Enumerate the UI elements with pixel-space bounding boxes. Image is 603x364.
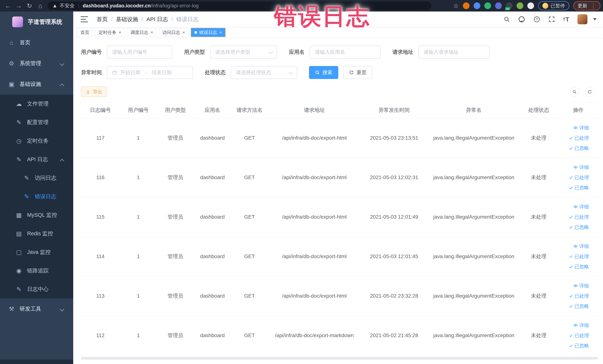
sidebar-item-log-center[interactable]: ✎日志中心 <box>0 280 73 299</box>
detail-link[interactable]: 详细 <box>573 164 589 171</box>
sidebar-item-java-monitor[interactable]: ▢Java 监控 <box>0 243 73 261</box>
sidebar-item-label: 链路追踪 <box>27 267 48 274</box>
sidebar-item-api-log[interactable]: ✎API 日志 <box>0 150 73 169</box>
ignored-link[interactable]: 已忽略 <box>569 263 589 270</box>
range-separator: - <box>145 70 147 75</box>
app-name-input[interactable]: 请输入应用名 <box>310 46 381 59</box>
detail-link[interactable]: 详细 <box>573 243 589 250</box>
ignored-link[interactable]: 已忽略 <box>569 185 589 191</box>
table-row: 1161管理员dashboardGET/api/infra/db-doc/exp… <box>81 158 599 197</box>
sidebar-item-file-management[interactable]: ☁文件管理 <box>0 94 73 113</box>
sidebar-item-error-log[interactable]: ✎错误日志 <box>0 187 73 206</box>
profile-chip[interactable]: 已暂停 <box>538 1 569 10</box>
reset-button[interactable]: 重置 <box>343 66 372 79</box>
hamburger-icon[interactable] <box>81 16 88 22</box>
redis-icon: ▤ <box>15 230 23 237</box>
java-icon: ▢ <box>15 249 23 256</box>
breadcrumb-item[interactable]: 首页 <box>97 16 108 23</box>
bookmark-star-icon[interactable]: ☆ <box>453 2 459 10</box>
detail-link[interactable]: 详细 <box>573 204 589 210</box>
action-label: 详细 <box>579 125 589 131</box>
cell-id: 117 <box>81 118 120 158</box>
cell-method: GET <box>231 197 268 237</box>
sidebar-item-redis-monitor[interactable]: ▤Redis 监控 <box>0 224 73 243</box>
sidebar-item-infrastructure[interactable]: ▣基础设施 <box>0 74 73 94</box>
cell-id: 115 <box>81 197 120 237</box>
sidebar-item-trace[interactable]: ◉链路追踪 <box>0 261 73 280</box>
toggle-search-button[interactable] <box>570 87 579 97</box>
update-chip[interactable]: 更新 ⋮ <box>573 1 600 10</box>
browser-menu-icon[interactable]: ⋮ <box>591 3 596 9</box>
sidebar-item-mysql-monitor[interactable]: ▦MySQL 监控 <box>0 206 73 224</box>
extension-leaf-icon[interactable] <box>517 2 523 9</box>
horizontal-scrollbar[interactable] <box>81 357 598 360</box>
sidebar-item-label: 错误日志 <box>35 193 56 200</box>
cloud-upload-icon: ☁ <box>15 100 23 107</box>
user-type-select[interactable]: 请选择用户类型 <box>210 46 277 59</box>
extension-location-icon[interactable] <box>474 2 480 9</box>
chevron-down-icon[interactable] <box>593 18 597 20</box>
font-size-icon[interactable]: TT <box>563 16 569 23</box>
extension-green-v-icon[interactable] <box>484 2 491 9</box>
refresh-button[interactable] <box>585 87 594 97</box>
tag-item[interactable]: 调度日志× <box>127 28 157 37</box>
sidebar-item-dev-tools[interactable]: ⚒研发工具 <box>0 299 73 319</box>
chevron-down-icon <box>60 307 64 312</box>
processed-link[interactable]: 已处理 <box>569 253 589 260</box>
request-url-input[interactable]: 请输入请求地址 <box>418 46 490 59</box>
sidebar-item-system-management[interactable]: ⚙系统管理 <box>0 53 73 74</box>
help-icon[interactable]: ? <box>533 16 540 23</box>
process-status-select[interactable]: 请选择处理状态 <box>231 66 297 79</box>
tag-item[interactable]: 首页 <box>77 28 93 37</box>
close-icon[interactable]: × <box>219 30 222 35</box>
search-icon[interactable] <box>504 16 510 23</box>
close-icon[interactable]: × <box>182 30 185 35</box>
tag-item[interactable]: 错误日志× <box>191 28 226 37</box>
forward-icon[interactable]: → <box>13 2 24 10</box>
app-logo-row[interactable]: 芋道管理系统 <box>0 12 73 32</box>
eye-icon <box>573 323 578 328</box>
extension-puzzle-icon[interactable] <box>527 2 534 9</box>
detail-link[interactable]: 详细 <box>573 322 589 329</box>
close-icon[interactable]: × <box>151 30 153 35</box>
tag-item[interactable]: 访问日志× <box>159 28 188 37</box>
home-icon[interactable]: ⌂ <box>35 2 46 10</box>
sidebar-item-home[interactable]: ⌂首页 <box>0 32 73 53</box>
extension-on-icon[interactable]: on <box>506 2 512 9</box>
processed-link[interactable]: 已处理 <box>569 332 589 339</box>
sidebar-item-label: 研发工具 <box>20 305 41 313</box>
address-bar[interactable]: ▲ 不安全 | dashboard.yudao.iocoder.cn /infr… <box>47 1 431 10</box>
processed-link[interactable]: 已处理 <box>569 293 589 299</box>
ignored-link[interactable]: 已忽略 <box>569 342 589 349</box>
search-button[interactable]: 搜索 <box>309 66 338 79</box>
reload-icon[interactable]: ↻ <box>24 2 35 10</box>
eye-icon <box>573 126 578 130</box>
tag-item[interactable]: 定时任务× <box>95 28 125 37</box>
user-id-input[interactable]: 请输入用户编号 <box>107 46 172 59</box>
date-range-input[interactable]: 开始日期 - 结束日期 <box>107 66 193 79</box>
breadcrumb-item[interactable]: 基础设施 <box>116 16 138 23</box>
back-icon[interactable]: ← <box>3 2 13 10</box>
ignored-link[interactable]: 已忽略 <box>569 303 589 309</box>
extension-orange-icon[interactable] <box>463 2 470 9</box>
ignored-link[interactable]: 已忽略 <box>569 224 589 231</box>
user-avatar[interactable] <box>577 14 587 24</box>
breadcrumb-item[interactable]: API 日志 <box>146 16 168 23</box>
close-icon[interactable]: × <box>119 30 121 35</box>
extension-grid-icon[interactable] <box>495 2 502 9</box>
fullscreen-icon[interactable] <box>548 16 555 23</box>
sidebar-item-config-management[interactable]: ✎配置管理 <box>0 113 73 132</box>
processed-link[interactable]: 已处理 <box>569 135 589 141</box>
sidebar-item-access-log[interactable]: ✎访问日志 <box>0 169 73 187</box>
cell-id: 112 <box>81 316 120 355</box>
detail-link[interactable]: 详细 <box>573 125 589 131</box>
export-button[interactable]: 导出 <box>81 86 107 97</box>
processed-link[interactable]: 已处理 <box>569 174 589 181</box>
github-icon[interactable] <box>518 16 525 23</box>
processed-link[interactable]: 已处理 <box>569 214 589 220</box>
sidebar-item-scheduled-jobs[interactable]: ◷定时任务 <box>0 132 73 150</box>
column-header: 应用名 <box>194 102 231 118</box>
ignored-link[interactable]: 已忽略 <box>569 145 589 152</box>
table-tools <box>570 87 594 97</box>
detail-link[interactable]: 详细 <box>573 282 589 289</box>
